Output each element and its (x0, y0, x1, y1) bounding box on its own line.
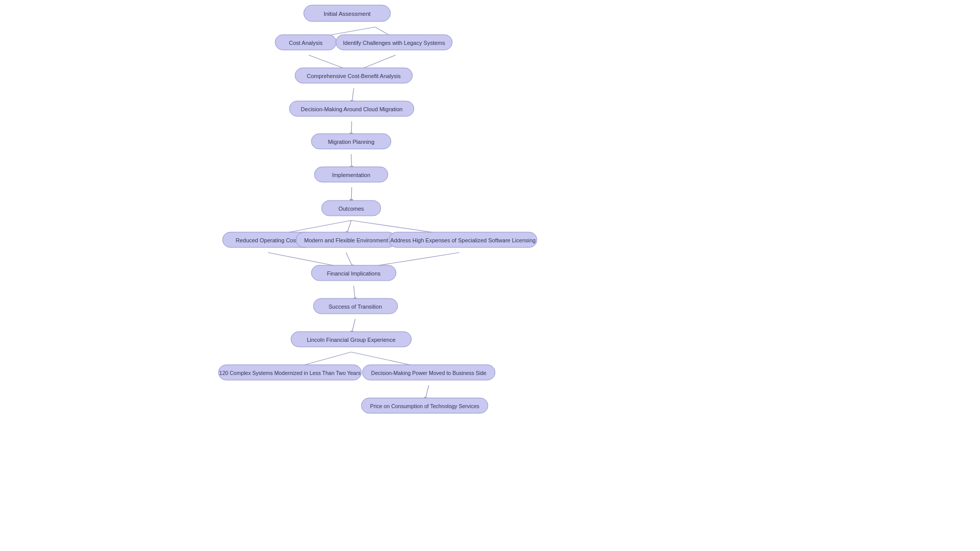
node-modern-flexible-label: Modern and Flexible Environment (304, 237, 388, 243)
node-address-expenses-label: Address High Expenses of Specialized Sof… (390, 237, 536, 243)
node-120-complex-label: 120 Complex Systems Modernized in Less T… (219, 370, 361, 376)
node-implementation-label: Implementation (332, 172, 370, 178)
node-decision-making-cloud-label: Decision-Making Around Cloud Migration (301, 106, 402, 112)
node-decision-making-power-label: Decision-Making Power Moved to Business … (371, 370, 486, 376)
node-success-transition-label: Success of Transition (329, 304, 382, 310)
node-cost-analysis-label: Cost Analysis (289, 40, 323, 46)
node-migration-planning-label: Migration Planning (328, 139, 374, 145)
node-initial-assessment-label: Initial Assessment (324, 11, 371, 17)
node-price-consumption-label: Price on Consumption of Technology Servi… (370, 403, 479, 409)
node-identify-challenges-label: Identify Challenges with Legacy Systems (343, 40, 445, 46)
node-reduced-costs-label: Reduced Operating Costs (236, 237, 301, 243)
node-outcomes-label: Outcomes (338, 206, 364, 212)
node-comprehensive-cba-label: Comprehensive Cost-Benefit Analysis (307, 73, 401, 79)
node-lincoln-experience-label: Lincoln Financial Group Experience (307, 337, 396, 343)
node-financial-implications-label: Financial Implications (327, 270, 381, 277)
